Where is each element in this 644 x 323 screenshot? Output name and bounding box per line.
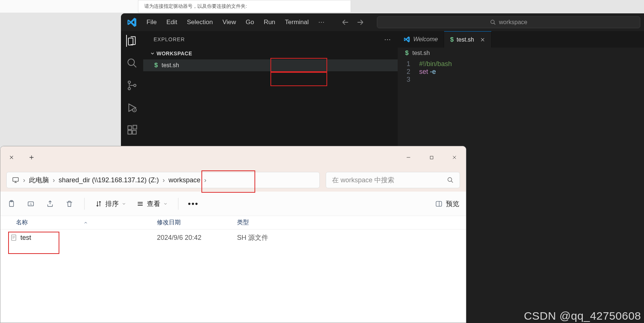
- svg-point-3: [128, 88, 130, 90]
- column-headers: 名称 修改日期 类型: [0, 216, 466, 229]
- maximize-button[interactable]: [420, 149, 443, 166]
- shell-file-icon: $: [154, 62, 158, 69]
- search-icon: [447, 177, 454, 183]
- view-list-icon: [137, 200, 144, 208]
- explorer-search-input[interactable]: 在 workspace 中搜索: [326, 172, 460, 188]
- view-button[interactable]: 查看: [137, 199, 168, 208]
- activity-extensions-icon[interactable]: [126, 124, 138, 136]
- svg-text:A: A: [30, 202, 32, 206]
- svg-point-0: [491, 20, 494, 23]
- activity-scm-icon[interactable]: [126, 79, 138, 91]
- crumb-share[interactable]: shared_dir (\\192.168.137.12) (Z:): [59, 176, 159, 184]
- svg-rect-8: [128, 130, 132, 134]
- line-number: 3: [398, 76, 419, 84]
- sort-asc-icon: [83, 221, 88, 225]
- nav-forward-icon[interactable]: [356, 18, 364, 26]
- svg-rect-11: [430, 156, 433, 159]
- breadcrumb-file: test.sh: [412, 50, 430, 56]
- svg-rect-18: [436, 201, 442, 206]
- tab-close-icon[interactable]: [0, 146, 23, 169]
- minimize-button[interactable]: [397, 149, 420, 166]
- file-row-test[interactable]: test 2024/9/6 20:42 SH 源文件: [0, 229, 466, 246]
- file-type: SH 源文件: [237, 233, 268, 242]
- menu-terminal[interactable]: Terminal: [281, 17, 313, 27]
- svg-point-13: [448, 177, 452, 182]
- file-item-test-sh[interactable]: $ test.sh: [143, 59, 398, 71]
- file-date: 2024/9/6 20:42: [157, 234, 237, 242]
- svg-rect-12: [13, 177, 19, 181]
- more-icon[interactable]: •••: [189, 199, 198, 208]
- menu-selection[interactable]: Selection: [183, 17, 217, 27]
- shell-file-icon: $: [450, 36, 453, 43]
- chevron-down-icon: [122, 202, 126, 206]
- chevron-right-icon: ›: [162, 176, 165, 184]
- svg-rect-10: [133, 125, 137, 129]
- vscode-logo-icon: [127, 17, 137, 27]
- window-tabstrip: [0, 146, 466, 169]
- activity-explorer-icon[interactable]: [126, 35, 138, 47]
- command-center-search[interactable]: workspace: [377, 16, 640, 28]
- col-name[interactable]: 名称: [16, 219, 28, 226]
- tab-test-sh[interactable]: $ test.sh: [444, 31, 492, 48]
- search-placeholder: 在 workspace 中搜索: [332, 176, 394, 185]
- activity-debug-icon[interactable]: [126, 102, 138, 114]
- col-type[interactable]: 类型: [237, 219, 466, 226]
- preview-toggle[interactable]: 预览: [435, 199, 459, 208]
- workspace-name: WORKSPACE: [157, 50, 192, 56]
- rename-icon[interactable]: A: [26, 199, 35, 208]
- tab-welcome[interactable]: Welcome: [398, 31, 444, 48]
- close-button[interactable]: [443, 149, 466, 166]
- col-date[interactable]: 修改日期: [157, 219, 237, 226]
- chevron-down-icon: [150, 51, 155, 56]
- view-label: 查看: [147, 199, 160, 208]
- share-icon[interactable]: [46, 199, 55, 208]
- workspace-folder-row[interactable]: WORKSPACE: [143, 48, 398, 59]
- window-controls: [397, 149, 466, 166]
- bg-panel-left: [0, 0, 138, 13]
- crumb-workspace[interactable]: workspace: [168, 176, 200, 184]
- new-tab-button[interactable]: [23, 146, 40, 169]
- paste-icon[interactable]: [7, 199, 16, 208]
- separator: [178, 198, 178, 210]
- shell-file-icon: $: [405, 49, 408, 57]
- file-icon: [10, 234, 17, 241]
- sort-button[interactable]: 排序: [95, 199, 126, 208]
- preview-pane-icon: [435, 200, 443, 208]
- crumb-this-pc[interactable]: 此电脑: [29, 176, 49, 185]
- preview-label: 预览: [446, 199, 459, 208]
- menu-view[interactable]: View: [218, 17, 240, 27]
- line-number: 1: [398, 60, 419, 68]
- menu-more-icon[interactable]: ···: [314, 17, 329, 27]
- menu-run[interactable]: Run: [260, 17, 279, 27]
- chevron-right-icon: ›: [23, 176, 25, 184]
- svg-rect-7: [128, 126, 132, 130]
- nav-back-icon[interactable]: [341, 18, 349, 26]
- vscode-titlebar: File Edit Selection View Go Run Terminal…: [121, 13, 644, 31]
- file-name: test: [20, 234, 31, 242]
- svg-rect-9: [132, 130, 136, 134]
- delete-icon[interactable]: [65, 199, 74, 208]
- chevron-down-icon: [163, 202, 168, 206]
- menu-file[interactable]: File: [142, 17, 161, 27]
- sort-label: 排序: [105, 199, 119, 208]
- close-icon[interactable]: [480, 37, 485, 42]
- tab-label: Welcome: [413, 36, 438, 43]
- vscode-logo-icon: [404, 36, 410, 43]
- activity-search-icon[interactable]: [126, 57, 138, 69]
- file-label: test.sh: [161, 62, 179, 69]
- editor-breadcrumb[interactable]: $ test.sh: [398, 48, 644, 59]
- address-bar[interactable]: › 此电脑 › shared_dir (\\192.168.137.12) (Z…: [6, 172, 320, 188]
- svg-rect-19: [12, 235, 16, 241]
- address-row: › 此电脑 › shared_dir (\\192.168.137.12) (Z…: [0, 169, 466, 192]
- sort-icon: [95, 200, 102, 208]
- search-text: workspace: [499, 19, 527, 26]
- file-explorer-window: › 此电脑 › shared_dir (\\192.168.137.12) (Z…: [0, 146, 466, 323]
- code-text: #!/bin/bash: [419, 60, 452, 68]
- explorer-more-icon[interactable]: ···: [384, 36, 391, 43]
- menu-edit[interactable]: Edit: [162, 17, 181, 27]
- code-token: set: [419, 68, 428, 75]
- svg-point-1: [128, 59, 135, 66]
- explorer-title: EXPLORER: [154, 36, 185, 42]
- search-icon: [490, 19, 496, 25]
- menu-go[interactable]: Go: [242, 17, 258, 27]
